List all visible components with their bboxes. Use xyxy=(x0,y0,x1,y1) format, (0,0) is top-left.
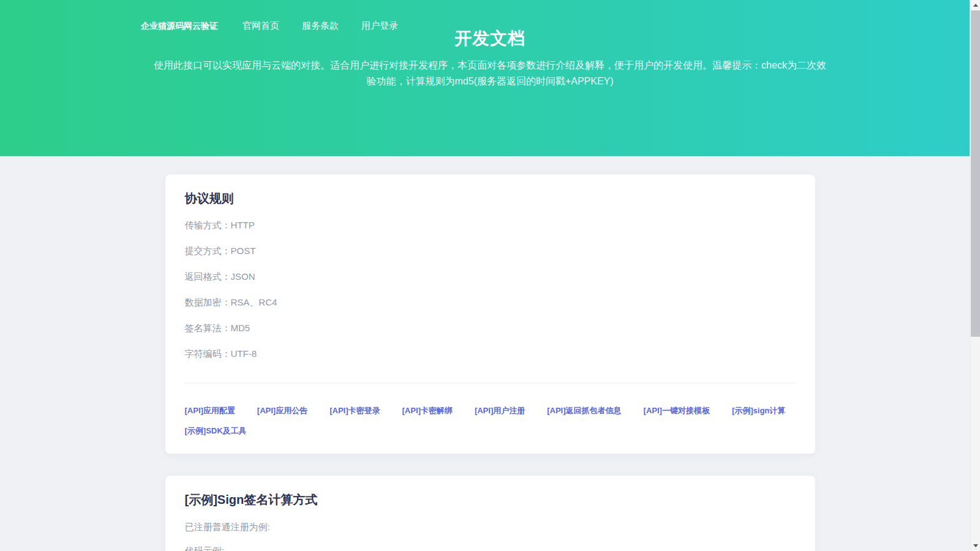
sign-example-code-label: 代码示例: xyxy=(185,545,796,551)
divider xyxy=(185,383,796,383)
rule-label: 签名算法： xyxy=(185,323,231,333)
nav-link-home[interactable]: 官网首页 xyxy=(243,20,279,32)
api-link-user-register[interactable]: [API]用户注册 xyxy=(475,405,525,416)
api-links-row: [API]应用配置 [API]应用公告 [API]卡密登录 [API]卡密解绑 … xyxy=(185,405,796,437)
rule-label: 传输方式： xyxy=(185,220,231,230)
scroll-up-icon xyxy=(973,4,978,7)
sign-example-subtitle: 已注册普通注册为例: xyxy=(185,522,796,532)
rule-signature: 签名算法：MD5 xyxy=(185,323,796,332)
rule-label: 返回格式： xyxy=(185,271,231,282)
rule-method: 提交方式：POST xyxy=(185,246,796,255)
brand-link[interactable]: 企业猫源码网云验证 xyxy=(141,21,218,32)
scrollbar-down-button[interactable] xyxy=(970,541,980,551)
api-link-sdk-tools[interactable]: [示例]SDK及工具 xyxy=(185,425,247,437)
nav-link-terms[interactable]: 服务条款 xyxy=(302,20,339,32)
rule-value: RSA、RC4 xyxy=(231,297,277,307)
rule-encryption: 数据加密：RSA、RC4 xyxy=(185,298,796,307)
rule-value: UTF-8 xyxy=(231,348,257,359)
rule-value: JSON xyxy=(231,271,255,282)
rule-value: HTTP xyxy=(231,220,255,230)
protocol-rules-card: 协议规则 传输方式：HTTP 提交方式：POST 返回格式：JSON 数据加密：… xyxy=(165,174,815,454)
rule-charset: 字符编码：UTF-8 xyxy=(185,349,796,358)
rule-format: 返回格式：JSON xyxy=(185,272,796,281)
sign-example-title: [示例]Sign签名计算方式 xyxy=(185,492,796,508)
scrollbar-up-button[interactable] xyxy=(970,0,980,10)
rule-value: POST xyxy=(231,246,256,256)
protocol-rules-title: 协议规则 xyxy=(185,190,796,207)
api-link-capture-info[interactable]: [API]返回抓包者信息 xyxy=(547,405,621,416)
api-link-card-login[interactable]: [API]卡密登录 xyxy=(330,405,380,416)
api-link-onekey-template[interactable]: [API]一键对接模板 xyxy=(644,405,710,416)
rule-value: MD5 xyxy=(231,323,251,333)
api-link-app-notice[interactable]: [API]应用公告 xyxy=(257,405,307,416)
page: 企业猫源码网云验证 官网首页 服务条款 用户登录 开发文档 使用此接口可以实现应… xyxy=(0,0,980,551)
hero-header: 企业猫源码网云验证 官网首页 服务条款 用户登录 开发文档 使用此接口可以实现应… xyxy=(0,0,980,156)
rule-transport: 传输方式：HTTP xyxy=(185,220,796,230)
api-link-app-config[interactable]: [API]应用配置 xyxy=(185,405,235,416)
rule-label: 字符编码： xyxy=(185,348,231,359)
api-link-card-unbind[interactable]: [API]卡密解绑 xyxy=(402,405,453,416)
scrollbar-thumb[interactable] xyxy=(971,10,980,337)
sign-example-card: [示例]Sign签名计算方式 已注册普通注册为例: 代码示例: xyxy=(165,476,815,551)
page-description: 使用此接口可以实现应用与云端的对接。适合用户进行对接开发程序，本页面对各项参数进… xyxy=(153,58,827,89)
scroll-down-icon xyxy=(973,544,978,547)
rule-label: 数据加密： xyxy=(185,297,231,307)
api-link-sign-example[interactable]: [示例]sign计算 xyxy=(732,405,785,416)
scrollbar[interactable] xyxy=(970,0,980,551)
main-content: 协议规则 传输方式：HTTP 提交方式：POST 返回格式：JSON 数据加密：… xyxy=(0,156,980,551)
nav-link-login[interactable]: 用户登录 xyxy=(361,20,398,32)
rule-label: 提交方式： xyxy=(185,246,231,256)
